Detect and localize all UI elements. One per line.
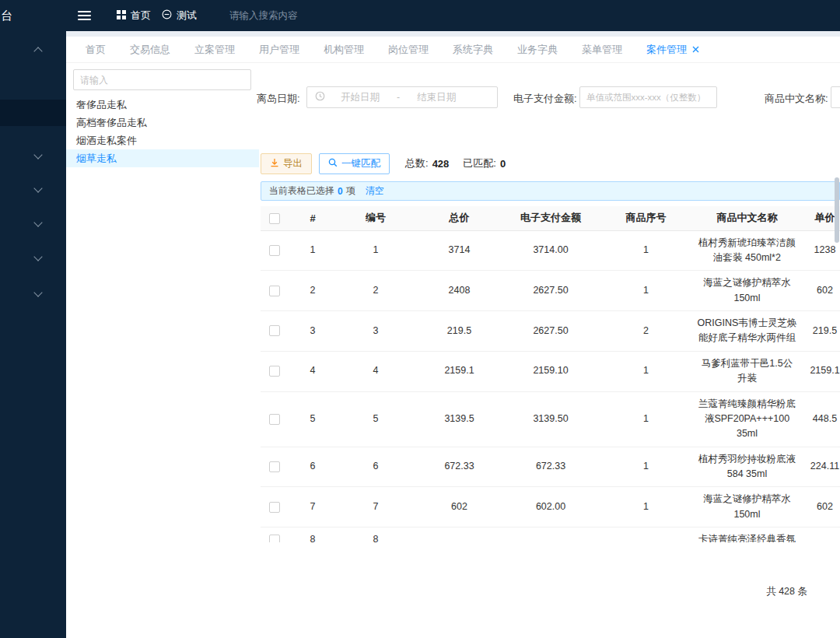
tree-item-highend-luxury[interactable]: 高档奢侈品走私 [66, 114, 259, 131]
chevron-down-icon[interactable] [33, 252, 42, 261]
table-row: 1 1 3714 3714.00 1 植村秀新琥珀臻萃洁颜油套装 450ml*2… [261, 230, 840, 271]
cell-product-seq: 1 [597, 447, 695, 487]
selection-prefix: 当前表格已选择 [269, 184, 334, 198]
cell-product-name: 植村秀羽纱持妆粉底液 584 35ml [695, 447, 800, 487]
table-row: 5 5 3139.5 3139.50 1 兰蔻菁纯臻颜精华粉底液SPF20PA+… [261, 391, 840, 447]
tab-case-management[interactable]: 案件管理 [646, 43, 699, 57]
cell-total-price: 3139.5 [415, 391, 504, 447]
cell-unit-price: 448.5 [800, 391, 840, 447]
selection-count: 0 [338, 186, 343, 197]
cell-number: 5 [337, 391, 415, 447]
cell-index: 8 [289, 528, 337, 542]
row-checkbox[interactable] [269, 325, 280, 336]
global-search-input[interactable]: 请输入搜索内容 [229, 0, 298, 31]
tab-user-management[interactable]: 用户管理 [259, 43, 299, 57]
totals-summary: 总数: 428 已匹配: 0 [405, 156, 506, 170]
cell-total-price: 2159.1 [415, 351, 504, 391]
one-click-match-button[interactable]: 一键匹配 [319, 153, 390, 174]
cell-product-seq [597, 528, 695, 542]
topbar-test-label: 测试 [177, 9, 197, 23]
tab-position-management[interactable]: 岗位管理 [388, 43, 429, 57]
row-checkbox[interactable] [269, 414, 280, 425]
cell-unit-price: 602 [800, 271, 840, 311]
topbar-nav-test[interactable]: 测试 [162, 0, 197, 31]
row-checkbox[interactable] [269, 461, 280, 472]
sidebar [0, 31, 66, 638]
cell-index: 4 [289, 351, 337, 391]
cell-total-price: 219.5 [415, 311, 504, 352]
table-row: 4 4 2159.1 2159.10 1 马爹利蓝带干邑1.5公升装 2159.… [261, 351, 840, 391]
row-checkbox[interactable] [269, 245, 280, 256]
cell-product-name: 植村秀新琥珀臻萃洁颜油套装 450ml*2 [695, 230, 800, 271]
minus-circle-icon [162, 9, 172, 22]
tree-item-tobacco-alcohol[interactable]: 烟酒走私案件 [66, 131, 259, 149]
top-bar: 台 首页 测试 请输入搜索内容 [0, 0, 840, 31]
select-all-checkbox[interactable] [269, 213, 280, 224]
tab-bar: 首页 交易信息 立案管理 用户管理 机构管理 岗位管理 系统字典 业务字典 菜单… [66, 37, 840, 63]
cell-epay-amount: 2159.10 [504, 351, 597, 391]
cell-total-price: 3714 [415, 230, 504, 271]
selection-info-bar: 当前表格已选择 0 项 清空 [261, 181, 840, 201]
header-divider [66, 31, 840, 37]
tab-label: 案件管理 [646, 43, 687, 57]
selection-suffix: 项 [346, 184, 355, 198]
chevron-down-icon[interactable] [33, 150, 42, 159]
tab-business-dict[interactable]: 业务字典 [517, 43, 558, 57]
menu-toggle-icon[interactable] [78, 11, 91, 20]
cell-unit-price: 219.5 [800, 311, 840, 352]
tab-org-management[interactable]: 机构管理 [324, 43, 364, 57]
table-row: 6 6 672.33 672.33 1 植村秀羽纱持妆粉底液 584 35ml … [261, 447, 840, 487]
sidebar-item-selected[interactable] [0, 100, 66, 126]
cell-product-seq: 1 [597, 271, 695, 311]
row-checkbox[interactable] [269, 535, 280, 542]
close-icon[interactable] [692, 46, 699, 53]
chevron-down-icon[interactable] [33, 184, 42, 192]
cell-total-price: 602 [415, 487, 504, 528]
row-checkbox[interactable] [269, 366, 280, 377]
pagination-total: 共 428 条 [766, 585, 807, 598]
tree-item-tobacco[interactable]: 烟草走私 [66, 149, 259, 167]
cell-unit-price: 2159.1 [800, 351, 840, 391]
cell-epay-amount [504, 528, 597, 542]
chevron-down-icon[interactable] [33, 288, 42, 296]
filter-row: 离岛日期: 开始日期 - 结束日期 电子支付金额: 商品中文名称: [257, 86, 840, 108]
export-label: 导出 [283, 157, 303, 170]
app-logo: 台 [1, 9, 12, 23]
row-checkbox[interactable] [269, 286, 280, 296]
tab-menu-management[interactable]: 菜单管理 [582, 43, 622, 57]
clear-selection-link[interactable]: 清空 [366, 184, 384, 198]
table-header-row: # 编号 总价 电子支付金额 商品序号 商品中文名称 单价 [261, 206, 840, 230]
epay-amount-label: 电子支付金额: [513, 92, 577, 106]
cell-index: 3 [289, 311, 337, 352]
chevron-up-icon[interactable] [33, 47, 42, 55]
table-row: 3 3 219.5 2627.50 2 ORIGINS韦博士灵芝焕能好底子精华水… [261, 311, 840, 352]
col-total-price: 总价 [415, 206, 504, 230]
grid-icon [117, 10, 126, 22]
date-filter-label: 离岛日期: [257, 92, 300, 106]
search-icon [328, 158, 338, 170]
cell-epay-amount: 3139.50 [504, 391, 597, 447]
export-button[interactable]: 导出 [261, 153, 312, 174]
product-name-label: 商品中文名称: [765, 92, 828, 106]
table-row: 8 8 卡诗菁纯亮泽经典香氛 [261, 528, 840, 542]
cell-unit-price: 224.11 [800, 447, 840, 487]
date-range-picker[interactable]: 开始日期 - 结束日期 [306, 86, 498, 108]
row-checkbox[interactable] [269, 502, 280, 513]
table-toolbar: 导出 一键匹配 总数: 428 已匹配: 0 [261, 152, 506, 174]
tree-item-luxury[interactable]: 奢侈品走私 [66, 96, 259, 114]
tab-system-dict[interactable]: 系统字典 [453, 43, 493, 57]
tab-case-filing[interactable]: 立案管理 [194, 43, 235, 57]
tree-search-input[interactable] [73, 69, 251, 90]
tab-home[interactable]: 首页 [86, 43, 106, 57]
col-product-seq: 商品序号 [597, 206, 695, 230]
chevron-down-icon[interactable] [33, 218, 42, 226]
topbar-home-label: 首页 [131, 9, 151, 23]
col-number: 编号 [337, 206, 415, 230]
topbar-nav-home[interactable]: 首页 [117, 0, 151, 31]
cell-number: 7 [337, 487, 415, 528]
product-name-input[interactable] [831, 86, 840, 108]
tab-transaction-info[interactable]: 交易信息 [130, 43, 170, 57]
cell-product-name: 卡诗菁纯亮泽经典香氛 [695, 528, 800, 542]
vertical-scrollbar[interactable] [835, 177, 839, 243]
epay-amount-input[interactable] [579, 86, 717, 108]
